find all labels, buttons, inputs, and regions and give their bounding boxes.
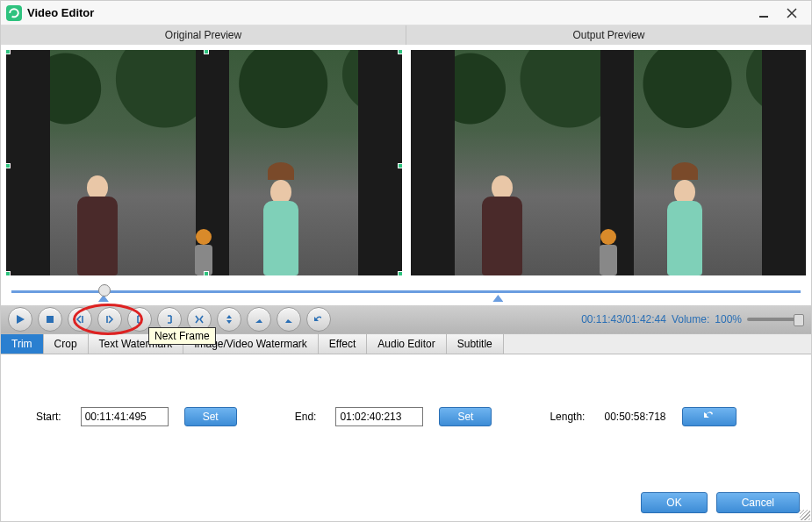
output-preview[interactable] bbox=[411, 50, 807, 275]
dialog-buttons: OK Cancel bbox=[641, 492, 800, 513]
playhead[interactable] bbox=[98, 284, 111, 297]
reset-length-button[interactable] bbox=[682, 407, 737, 426]
crop-handle[interactable] bbox=[398, 50, 402, 54]
timeline[interactable] bbox=[11, 282, 801, 302]
tab-effect[interactable]: Effect bbox=[319, 334, 367, 354]
undo-button[interactable] bbox=[306, 307, 331, 332]
crop-handle[interactable] bbox=[6, 50, 11, 54]
tab-crop[interactable]: Crop bbox=[44, 334, 89, 354]
total-time: 01:42:44 bbox=[625, 313, 666, 325]
tab-subtitle[interactable]: Subtitle bbox=[447, 334, 504, 354]
tab-trim[interactable]: Trim bbox=[1, 334, 44, 354]
rotate-right-button[interactable] bbox=[277, 307, 301, 332]
prev-frame-button[interactable] bbox=[68, 307, 92, 332]
svg-rect-0 bbox=[759, 16, 768, 18]
crop-handle[interactable] bbox=[204, 50, 209, 54]
preview-headers: Original Preview Output Preview bbox=[1, 25, 811, 45]
minimize-button[interactable] bbox=[750, 4, 778, 23]
ok-button[interactable]: OK bbox=[641, 492, 707, 513]
crop-handle[interactable] bbox=[398, 271, 402, 275]
volume-label: Volume: bbox=[672, 313, 709, 325]
current-time: 00:11:43 bbox=[581, 313, 622, 325]
crop-handle[interactable] bbox=[204, 271, 209, 275]
svg-rect-1 bbox=[47, 316, 54, 323]
crop-handle[interactable] bbox=[6, 271, 11, 275]
app-logo-icon bbox=[6, 5, 22, 21]
end-input[interactable] bbox=[335, 407, 423, 426]
next-frame-button[interactable] bbox=[97, 307, 122, 332]
tab-bar: Trim Crop Text Watermark Image/Video Wat… bbox=[1, 333, 811, 354]
trim-end-marker[interactable] bbox=[492, 295, 503, 302]
rotate-left-button[interactable] bbox=[247, 307, 271, 332]
preview-row bbox=[1, 45, 811, 275]
flip-vertical-button[interactable] bbox=[217, 307, 241, 332]
length-value: 00:50:58:718 bbox=[604, 411, 665, 423]
set-end-button[interactable]: Set bbox=[439, 407, 492, 426]
trim-panel: Start: Set End: Set Length: 00:50:58:718 bbox=[1, 354, 811, 444]
stop-button[interactable] bbox=[38, 307, 62, 332]
play-button[interactable] bbox=[8, 307, 32, 332]
length-label: Length: bbox=[550, 411, 585, 423]
close-button[interactable] bbox=[778, 4, 806, 23]
time-info: 00:11:43/01:42:44 Volume: 100% bbox=[581, 313, 804, 325]
control-bar: Next Frame 00:11:43/01:42:44 Volume: 100… bbox=[1, 305, 811, 333]
cancel-button[interactable]: Cancel bbox=[716, 492, 800, 513]
set-start-button[interactable]: Set bbox=[184, 407, 237, 426]
start-input[interactable] bbox=[81, 407, 169, 426]
titlebar: Video Editor bbox=[1, 1, 811, 25]
timeline-track bbox=[11, 290, 801, 293]
crop-handle[interactable] bbox=[6, 163, 11, 168]
volume-slider[interactable] bbox=[747, 318, 804, 321]
original-preview-label: Original Preview bbox=[1, 25, 406, 45]
window-title: Video Editor bbox=[27, 6, 750, 19]
original-preview[interactable] bbox=[6, 50, 402, 275]
crop-handle[interactable] bbox=[398, 163, 402, 168]
tab-audio-editor[interactable]: Audio Editor bbox=[367, 334, 446, 354]
start-label: Start: bbox=[36, 411, 61, 423]
volume-value: 100% bbox=[715, 313, 742, 325]
end-label: End: bbox=[295, 411, 317, 423]
resize-grip[interactable] bbox=[800, 510, 810, 520]
output-preview-label: Output Preview bbox=[406, 25, 811, 45]
tooltip: Next Frame bbox=[148, 327, 216, 345]
